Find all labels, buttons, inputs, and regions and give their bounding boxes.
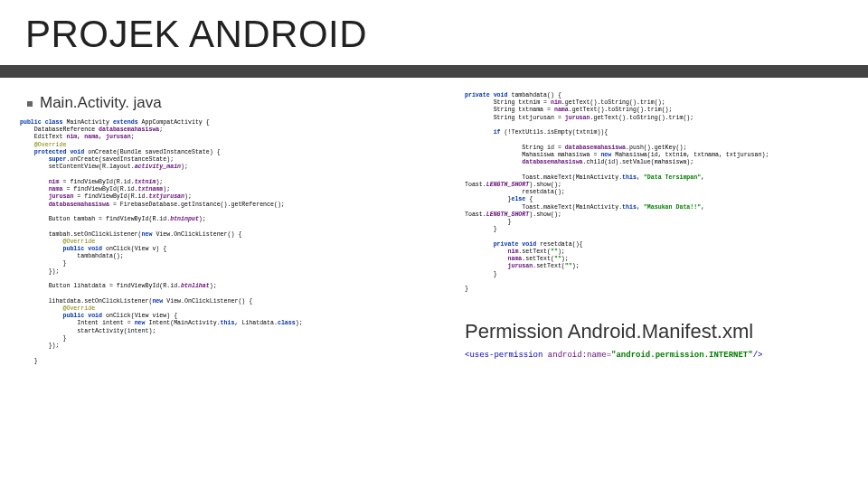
bullet-mainactivity: Main.Activity. java — [27, 94, 445, 112]
permission-code: <uses-permission android:name="android.p… — [465, 351, 848, 360]
slide-content: Main.Activity. java public class MainAct… — [0, 78, 868, 365]
title-bar: PROJEK ANDROID — [0, 0, 868, 78]
code-left: public class MainActivity extends AppCom… — [20, 119, 445, 365]
code-right: private void tambahdata() { String txtni… — [465, 92, 848, 293]
permission-title: Permission Android.Manifest.xml — [465, 320, 848, 343]
left-column: Main.Activity. java public class MainAct… — [20, 90, 445, 365]
bullet-text: Main.Activity. java — [40, 94, 162, 111]
slide-title: PROJEK ANDROID — [25, 13, 868, 56]
right-column: private void tambahdata() { String txtni… — [465, 90, 848, 365]
bullet-dot-icon — [27, 101, 33, 107]
